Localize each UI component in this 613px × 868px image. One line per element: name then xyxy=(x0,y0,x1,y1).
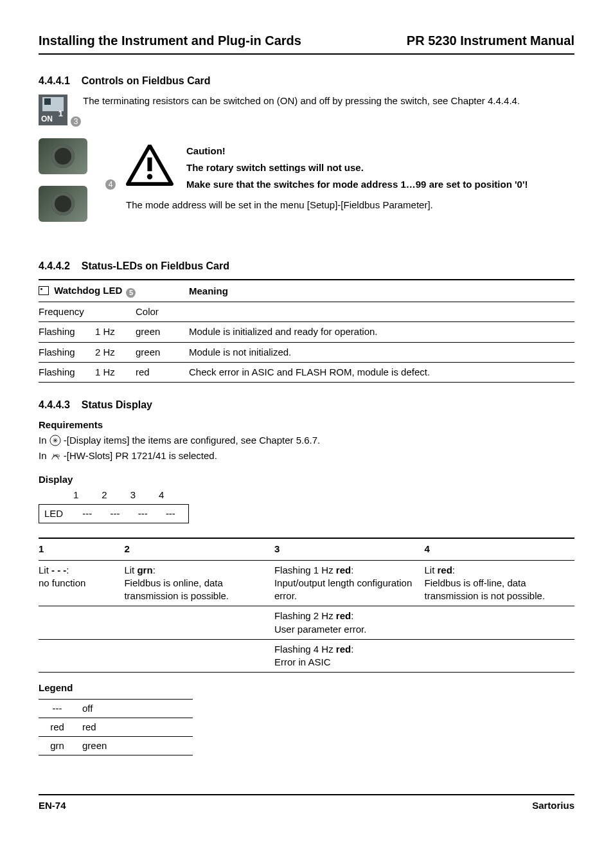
info-icon: Info xyxy=(49,450,61,462)
svg-point-2 xyxy=(147,174,153,179)
table-row: Flashing 1 Hz green Module is initialize… xyxy=(39,322,574,342)
legend-table: --- off red red grn green xyxy=(39,699,193,756)
requirements-heading: Requirements xyxy=(39,419,574,431)
frequency-subheader: Frequency xyxy=(39,302,136,322)
col-1-header: 1 xyxy=(39,538,124,560)
section-name: Controls on Fieldbus Card xyxy=(82,75,211,86)
meaning-header: Meaning xyxy=(189,280,574,302)
led-display-box: LED --- --- --- --- xyxy=(39,504,189,523)
caution-line1: The rotary switch settings will not use. xyxy=(186,161,574,174)
requirements-line2: In Info -[HW-Slots] PR 1721/41 is select… xyxy=(39,449,574,462)
table-row: Flashing 1 Hz red Check error in ASIC an… xyxy=(39,362,574,382)
table-row: Flashing 4 Hz red:Error in ASIC xyxy=(39,639,574,673)
table-row: Lit - - -:no function Lit grn:Fieldbus i… xyxy=(39,560,574,606)
table-row: Flashing 2 Hz red:User parameter error. xyxy=(39,606,574,640)
table-row: Flashing 2 Hz green Module is not initia… xyxy=(39,342,574,362)
svg-text:Info: Info xyxy=(53,453,60,458)
caution-heading: Caution! xyxy=(186,145,574,158)
section-4442-title: 4.4.4.2 Status-LEDs on Fieldbus Card xyxy=(39,259,574,273)
caution-text: Caution! The rotary switch settings will… xyxy=(186,145,574,195)
rotary-caution-row: 4 Caution! The rotary switch settings wi… xyxy=(39,138,574,233)
section-number: 4.4.4.2 xyxy=(39,260,70,271)
section-name: Status Display xyxy=(82,399,152,410)
callout-5-icon: 5 xyxy=(126,288,136,298)
page-footer: EN-74 Sartorius xyxy=(39,794,574,812)
table-row: grn green xyxy=(39,737,193,755)
watchdog-led-table: Watchdog LED 5 Meaning Frequency Color F… xyxy=(39,279,574,383)
caution-line2: Make sure that the switches for mode add… xyxy=(186,178,574,191)
led-icon xyxy=(39,286,49,295)
footer-brand: Sartorius xyxy=(532,799,574,812)
table-row: --- off xyxy=(39,699,193,718)
led-display-numbers: 1 2 3 4 xyxy=(39,489,175,503)
section-number: 4.4.4.1 xyxy=(39,75,70,86)
section-4441-title: 4.4.4.1 Controls on Fieldbus Card xyxy=(39,74,574,88)
footer-page-number: EN-74 xyxy=(39,799,66,812)
watchdog-led-header: Watchdog LED 5 xyxy=(39,280,189,302)
table-row: red red xyxy=(39,718,193,736)
status-display-table: 1 2 3 4 Lit - - -:no function Lit grn:Fi… xyxy=(39,538,574,673)
page-header: Installing the Instrument and Plug-in Ca… xyxy=(39,32,574,55)
setup-icon xyxy=(49,435,61,446)
col-2-header: 2 xyxy=(124,538,274,560)
section-name: Status-LEDs on Fieldbus Card xyxy=(82,260,229,271)
display-heading: Display xyxy=(39,473,574,486)
header-right: PR 5230 Instrument Manual xyxy=(407,32,574,50)
rotary-switch-photo: 4 xyxy=(39,138,87,222)
requirements-line1: In -[Display items] the items are config… xyxy=(39,434,574,447)
col-4-header: 4 xyxy=(424,538,574,560)
led-label: LED xyxy=(44,508,72,519)
section-number: 4.4.4.3 xyxy=(39,399,70,410)
dip-switch-icon: 1 ON 3 xyxy=(39,95,67,125)
mode-address-text: The mode address will be set in the menu… xyxy=(126,199,574,212)
dip-switch-text: The terminating resistors can be switche… xyxy=(83,95,574,107)
svg-rect-1 xyxy=(147,158,152,171)
section-4443-title: 4.4.4.3 Status Display xyxy=(39,398,574,412)
dip-switch-row: 1 ON 3 The terminating resistors can be … xyxy=(39,95,574,125)
header-left: Installing the Instrument and Plug-in Ca… xyxy=(39,32,301,50)
col-3-header: 3 xyxy=(274,538,425,560)
callout-3-icon: 3 xyxy=(71,116,81,127)
legend-heading: Legend xyxy=(39,682,574,694)
warning-icon xyxy=(126,145,173,186)
color-subheader: Color xyxy=(136,302,189,322)
callout-4-icon: 4 xyxy=(105,179,116,190)
